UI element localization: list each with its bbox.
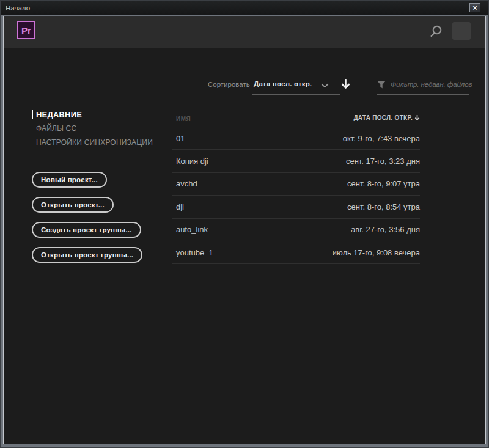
table-header: ИМЯ ДАТА ПОСЛ. ОТКР.: [172, 111, 420, 127]
close-button[interactable]: ×: [469, 3, 480, 12]
sort-dropdown-underline: [252, 94, 340, 95]
file-name: dji: [176, 202, 184, 211]
file-date: окт. 9-го, 7:43 вечера: [343, 134, 420, 143]
file-name: 01: [176, 134, 185, 143]
sort-dropdown[interactable]: Дата посл. откр.: [254, 80, 312, 87]
table-row[interactable]: 01 окт. 9-го, 7:43 вечера: [172, 127, 420, 150]
close-icon: ×: [472, 4, 477, 12]
project-button[interactable]: Создать проект группы...: [32, 222, 141, 238]
file-name: avchd: [176, 179, 197, 188]
column-header-date[interactable]: ДАТА ПОСЛ. ОТКР.: [353, 114, 420, 121]
search-icon[interactable]: [429, 24, 443, 39]
start-window: Начало × Pr Сортировать Дата посл. откр.: [0, 0, 489, 448]
sidebar-item[interactable]: НАСТРОЙКИ СИНХРОНИЗАЦИИ: [32, 136, 153, 150]
sidebar-nav: НЕДАВНИЕ ФАЙЛЫ CC НАСТРОЙКИ СИНХРОНИЗАЦИ…: [32, 108, 153, 150]
sort-arrow-down-icon: [414, 114, 420, 121]
recent-files-table: ИМЯ ДАТА ПОСЛ. ОТКР. 01 окт. 9-го, 7:43 …: [172, 111, 420, 264]
filter-input-underline: [377, 94, 469, 95]
project-button[interactable]: Открыть проект группы...: [32, 247, 142, 263]
chevron-down-icon[interactable]: [321, 83, 329, 88]
project-button[interactable]: Новый проект...: [32, 172, 107, 188]
window-content: Pr Сортировать Дата посл. откр. Фильтр. …: [3, 16, 486, 444]
filter-input[interactable]: Фильтр. недавн. файлов: [391, 81, 472, 88]
column-header-date-label: ДАТА ПОСЛ. ОТКР.: [353, 114, 413, 121]
premiere-logo-icon: Pr: [17, 21, 35, 39]
project-button[interactable]: Открыть проект...: [32, 197, 114, 213]
file-name: auto_link: [176, 225, 208, 234]
file-date: сент. 8-го, 9:07 утра: [347, 179, 420, 188]
app-header: Pr: [4, 16, 485, 48]
table-body: 01 окт. 9-го, 7:43 вечера Копия dji сент…: [172, 127, 420, 264]
table-row[interactable]: dji сент. 8-го, 8:54 утра: [172, 196, 420, 218]
sidebar-item[interactable]: НЕДАВНИЕ: [32, 108, 153, 122]
window-titlebar[interactable]: Начало ×: [1, 1, 488, 15]
table-row[interactable]: youtube_1 июль 17-го, 9:08 вечера: [172, 241, 420, 264]
table-row[interactable]: avchd сент. 8-го, 9:07 утра: [172, 173, 420, 196]
file-name: Копия dji: [176, 156, 208, 166]
avatar[interactable]: [452, 22, 471, 40]
logo-text: Pr: [21, 25, 31, 35]
file-date: июль 17-го, 9:08 вечера: [333, 248, 420, 257]
file-date: авг. 27-го, 3:56 дня: [351, 225, 420, 234]
window-frame: Pr Сортировать Дата посл. откр. Фильтр. …: [1, 15, 488, 447]
sort-direction-icon[interactable]: [340, 78, 351, 90]
file-date: сент. 8-го, 8:54 утра: [347, 202, 420, 211]
column-header-name[interactable]: ИМЯ: [176, 116, 191, 122]
sidebar-item[interactable]: ФАЙЛЫ CC: [32, 122, 153, 136]
sort-label: Сортировать: [208, 81, 250, 88]
table-row[interactable]: auto_link авг. 27-го, 3:56 дня: [172, 219, 420, 241]
window-title: Начало: [6, 4, 30, 12]
table-row[interactable]: Копия dji сент. 17-го, 3:23 дня: [172, 150, 420, 172]
filter-icon[interactable]: [377, 80, 386, 89]
file-date: сент. 17-го, 3:23 дня: [346, 156, 420, 166]
file-name: youtube_1: [176, 248, 213, 257]
sidebar-buttons: Новый проект... Открыть проект... Создат…: [32, 172, 142, 263]
